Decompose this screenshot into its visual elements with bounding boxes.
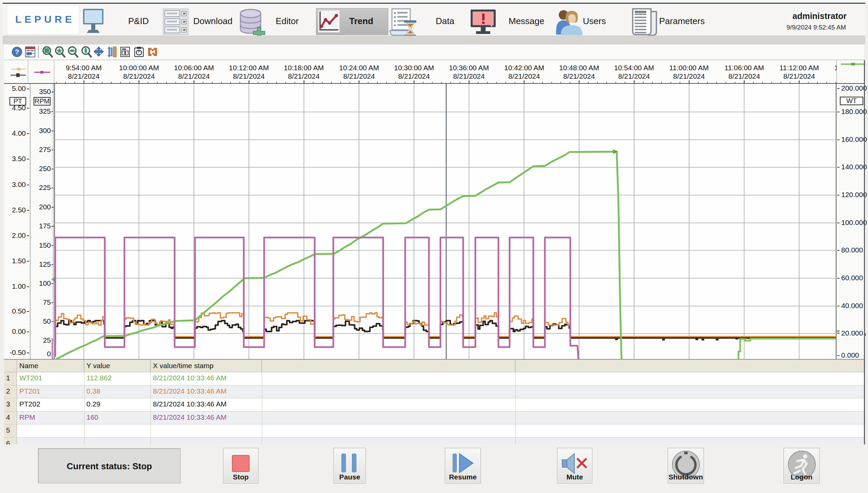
svg-text:?: ? (15, 48, 19, 56)
